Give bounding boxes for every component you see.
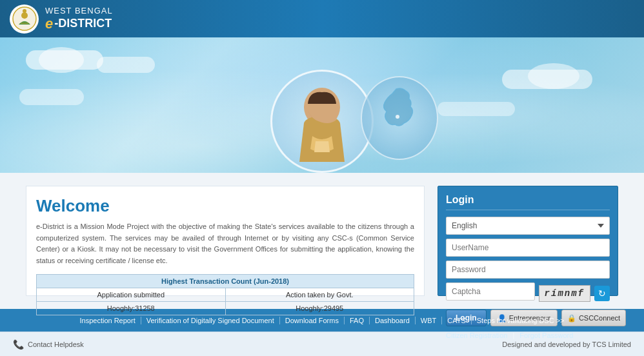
- nav-dashboard[interactable]: Dashboard: [370, 317, 416, 324]
- captcha-image: rímnmf: [539, 285, 590, 302]
- nav-wbt[interactable]: WBT: [416, 317, 442, 324]
- nav-inspection-report[interactable]: Inspection Report: [74, 317, 141, 324]
- map-image: [361, 76, 438, 160]
- logo-icon: [12, 6, 37, 31]
- cloud-2: [97, 57, 155, 73]
- main-content: Welcome e-District is a Mission Mode Pro…: [0, 173, 644, 309]
- stats-col1-value: Hooghly:31258: [37, 302, 226, 315]
- logo: [10, 5, 39, 34]
- language-select[interactable]: EnglishBengaliHindi: [446, 217, 610, 235]
- password-input[interactable]: [446, 261, 610, 279]
- login-title: Login: [446, 194, 610, 210]
- welcome-text: e-District is a Mission Mode Project wit…: [36, 221, 414, 266]
- login-section: Login EnglishBengaliHindi rímnmf ↻ Login…: [438, 186, 618, 296]
- helpdesk: 📞 Contact Helpdesk: [13, 339, 84, 350]
- username-input[interactable]: [446, 239, 610, 257]
- nav-verify-doc[interactable]: Verification of Digitally Signed Documen…: [141, 317, 280, 324]
- svg-point-5: [396, 115, 399, 119]
- welcome-section: Welcome e-District is a Mission Mode Pro…: [26, 186, 425, 296]
- footer-credit: Designed and developed by TCS Limited: [502, 341, 631, 348]
- nav-cats[interactable]: CATS: [442, 317, 472, 324]
- title-line2: e -District: [45, 15, 113, 32]
- header: West Bengal e -District: [0, 0, 644, 37]
- stats-col2-value: Hooghly:29495: [225, 302, 414, 315]
- stats-header: Highest Transaction Count (Jun-2018): [37, 275, 414, 288]
- cloud-5: [438, 102, 515, 116]
- svg-point-2: [23, 9, 26, 13]
- cloud-3b: [528, 63, 579, 89]
- nav-download-forms[interactable]: Download Forms: [280, 317, 345, 324]
- forgot-password-link[interactable]: Forgot Password: [519, 331, 573, 339]
- hero-banner: [0, 37, 644, 173]
- person-svg: [277, 72, 367, 172]
- cloud-1b: [39, 47, 84, 73]
- wb-map-svg: [364, 79, 435, 157]
- cloud-4: [19, 89, 84, 105]
- captcha-refresh-button[interactable]: ↻: [594, 286, 610, 301]
- phone-icon: 📞: [13, 339, 24, 350]
- login-links: Citizen Registration | Forgot Password: [446, 331, 610, 339]
- cscconnect-label: CSCConnect: [579, 314, 620, 322]
- captcha-input[interactable]: [446, 282, 535, 301]
- captcha-row: rímnmf ↻: [446, 282, 610, 304]
- stats-table: Highest Transaction Count (Jun-2018) App…: [36, 274, 414, 315]
- cscconnect-button[interactable]: 🔒 CSCConnect: [561, 310, 626, 326]
- nav-dsc[interactable]: Steps for validating DSC >>: [472, 317, 570, 324]
- stats-col2-label: Action taken by Govt.: [225, 288, 414, 302]
- helpdesk-label: Contact Helpdesk: [28, 341, 84, 348]
- site-title: West Bengal e -District: [45, 6, 113, 32]
- person-image: [270, 70, 374, 173]
- title-line1: West Bengal: [45, 6, 113, 15]
- welcome-title: Welcome: [36, 196, 414, 216]
- nav-faq[interactable]: FAQ: [345, 317, 370, 324]
- stats-col1-label: Application submitted: [37, 288, 226, 302]
- citizen-registration-link[interactable]: Citizen Registration: [446, 331, 507, 339]
